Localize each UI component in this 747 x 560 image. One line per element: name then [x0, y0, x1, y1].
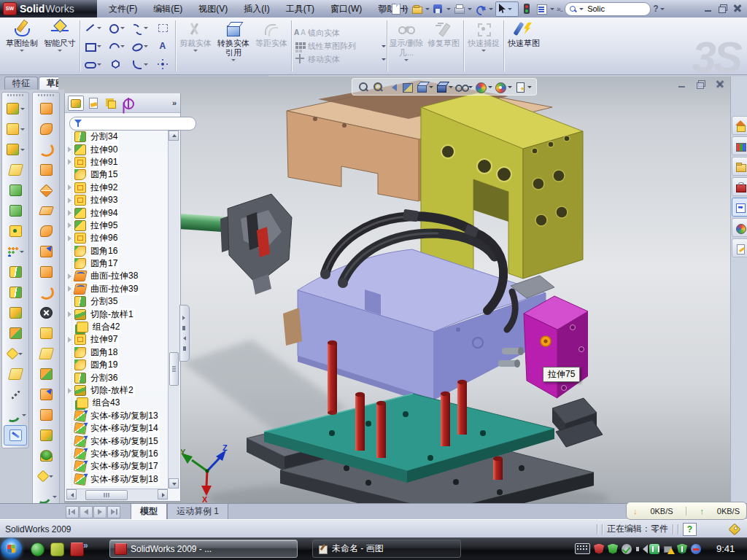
entity-dropdown-icon[interactable] [120, 27, 125, 29]
offset-entities-button[interactable]: 等距实体 [252, 18, 290, 74]
tree-item[interactable]: 实体-移动/复制18 [66, 473, 169, 486]
menu-item[interactable]: 文件(F) [101, 0, 145, 18]
feature-tool-button[interactable] [4, 282, 27, 303]
tree-item[interactable]: 实体-移动/复制13 [66, 410, 169, 422]
expand-arrow-icon[interactable] [67, 273, 74, 279]
surface-tool-button[interactable] [34, 466, 58, 486]
view-tool-dropdown-icon[interactable] [527, 86, 532, 88]
previous-tab-icon[interactable] [80, 506, 93, 518]
doc-close-button[interactable] [713, 79, 727, 90]
expand-arrow-icon[interactable] [67, 236, 74, 241]
tree-item[interactable]: 拉伸96 [66, 232, 169, 244]
open-icon[interactable] [411, 3, 423, 15]
tree-item[interactable]: 拉伸90 [66, 143, 169, 155]
tree-item[interactable]: 分割34 [66, 131, 169, 143]
sketch-button[interactable]: 草图绘制 [3, 18, 41, 74]
menu-item[interactable]: 窗口(W) [322, 0, 370, 18]
linear-pattern-button[interactable]: 线性草图阵列 [293, 41, 386, 52]
display-delete-relations-button[interactable]: 显示/删除几... [388, 18, 425, 74]
help-dropdown-icon[interactable] [660, 8, 665, 10]
rapid-sketch-button[interactable]: 快速草图 [505, 18, 543, 74]
view-tool-dropdown-icon[interactable] [449, 86, 453, 88]
expand-arrow-icon[interactable] [67, 184, 74, 190]
view-tool-button[interactable] [435, 81, 453, 93]
scroll-up-icon[interactable] [169, 131, 179, 141]
toolbar-overflow[interactable]: ».. [557, 5, 562, 13]
surface-tool-button[interactable] [34, 303, 58, 323]
update-check-icon[interactable] [622, 544, 632, 554]
doc-minimize-button[interactable] [676, 79, 689, 90]
task-pane-tab[interactable] [732, 157, 747, 176]
usb-device-icon[interactable] [649, 544, 659, 554]
tree-item[interactable]: 组合42 [66, 321, 169, 333]
new-document-icon[interactable] [390, 3, 402, 15]
configurationmanager-icon[interactable] [103, 96, 119, 111]
select-tool-button[interactable] [495, 1, 519, 17]
feature-tool-button[interactable] [4, 160, 27, 180]
tree-item[interactable]: 实体-移动/复制16 [66, 448, 169, 460]
tree-item[interactable]: 拉伸94 [66, 206, 169, 219]
surface-tool-button[interactable] [34, 221, 58, 241]
sketch-dropdown-icon[interactable] [20, 50, 24, 52]
chevron-right-icon[interactable]: » [172, 98, 177, 107]
tool-dropdown-icon[interactable] [20, 128, 25, 131]
view-tool-button[interactable] [514, 81, 532, 93]
feature-tool-button[interactable] [4, 364, 27, 384]
tree-item[interactable]: 切除-放样2 [66, 384, 169, 397]
tree-item[interactable]: 曲面-拉伸38 [66, 270, 169, 282]
menu-item[interactable]: 编辑(E) [145, 0, 190, 18]
feature-tool-button[interactable] [4, 139, 27, 160]
study-tab[interactable]: 模型 [131, 504, 167, 521]
minimize-button[interactable] [702, 3, 715, 14]
sketch-entity-button[interactable] [104, 19, 128, 37]
keyboard-icon[interactable] [575, 543, 590, 554]
expand-arrow-icon[interactable] [67, 147, 74, 152]
surface-tool-button[interactable] [34, 343, 58, 364]
view-tool-button[interactable] [357, 81, 370, 93]
tree-item[interactable]: 拉伸92 [66, 182, 169, 194]
expand-arrow-icon[interactable] [67, 222, 74, 228]
featuremanager-icon[interactable] [68, 96, 84, 111]
search-dropdown-icon[interactable] [579, 8, 584, 10]
propertymanager-icon[interactable] [85, 96, 101, 111]
surface-tool-button[interactable] [34, 364, 58, 384]
search-box[interactable] [565, 2, 651, 16]
tree-item[interactable]: 分割35 [66, 295, 169, 308]
status-busy-icon[interactable] [691, 544, 701, 554]
feature-tool-button[interactable] [4, 221, 27, 241]
options-dropdown-icon[interactable] [550, 8, 554, 10]
feature-tool-button[interactable] [4, 119, 27, 139]
menu-item[interactable]: 工具(T) [278, 0, 322, 18]
scroll-right-icon[interactable] [158, 489, 168, 499]
sketch-entity-button[interactable] [151, 37, 174, 55]
taskbar-button-paint[interactable]: 未命名 - 画图 [312, 540, 461, 558]
surface-tool-button[interactable] [34, 241, 58, 262]
expand-arrow-icon[interactable] [67, 388, 74, 394]
tree-item[interactable]: 拉伸97 [66, 333, 169, 346]
tree-horizontal-scrollbar[interactable] [66, 489, 168, 500]
surface-tool-button[interactable] [34, 201, 58, 221]
tool-dropdown-icon[interactable] [49, 475, 53, 478]
tree-vertical-scrollbar[interactable] [168, 131, 179, 489]
menu-item[interactable]: 视图(V) [190, 0, 236, 18]
feature-tool-button[interactable] [4, 180, 27, 201]
sketch-entity-button[interactable] [128, 19, 151, 37]
tool-dropdown-icon[interactable] [20, 108, 25, 110]
feature-tool-button[interactable] [4, 241, 27, 262]
sketch-entity-button[interactable] [81, 19, 104, 37]
sketch-entity-button[interactable] [104, 55, 128, 74]
restore-button[interactable] [716, 3, 729, 14]
surface-tool-button[interactable] [34, 446, 58, 466]
tree-item[interactable]: 圆角17 [66, 257, 169, 270]
taskbar-button-solidworks[interactable]: SolidWorks 2009 - ... [109, 540, 298, 558]
dimxpertmanager-icon[interactable] [120, 96, 136, 111]
search-input[interactable] [586, 4, 634, 14]
tree-item[interactable]: 实体-移动/复制14 [66, 422, 169, 435]
shield-green-icon[interactable] [608, 544, 618, 554]
entity-dropdown-icon[interactable] [144, 63, 148, 66]
rebuild-traffic-light-icon[interactable] [521, 3, 533, 15]
surface-tool-button[interactable] [34, 323, 58, 343]
surface-tool-button[interactable] [34, 262, 58, 282]
view-tool-button[interactable] [415, 81, 433, 93]
view-tool-button[interactable] [454, 81, 473, 93]
